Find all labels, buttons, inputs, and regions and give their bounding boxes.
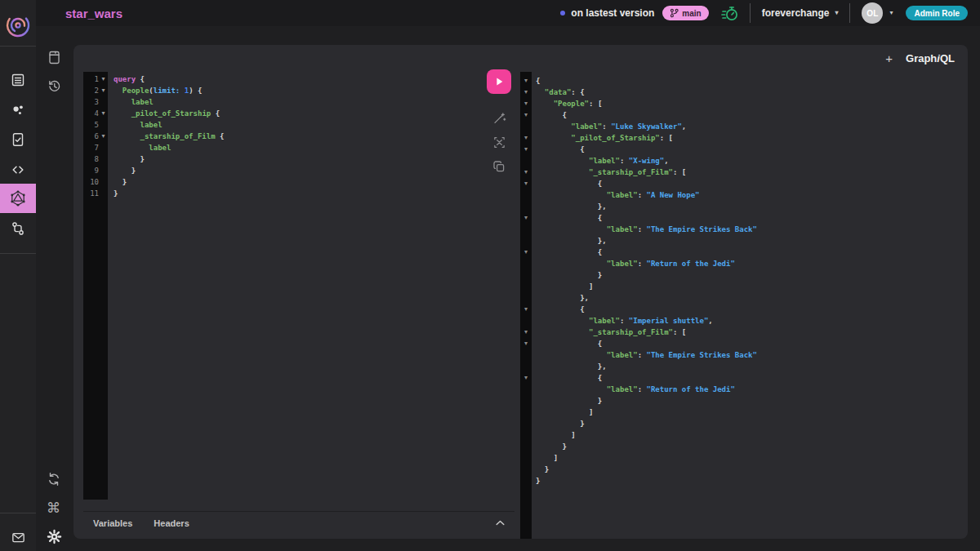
response-fold-gutter-marks: ▾▾▾▾▾▾▾▾▾▾▾▾▾▾ [520,75,532,487]
fold-marker-icon[interactable]: ▾ [520,247,532,258]
fold-marker-icon[interactable]: ▾ [99,108,108,119]
sidebar-item-tables[interactable] [0,65,36,95]
merge-fragments-button[interactable] [487,130,511,154]
fold-marker-icon[interactable]: ▾ [520,178,532,189]
response-line: } [536,475,757,487]
response-line: } [536,418,757,429]
response-line: { [536,178,757,189]
response-line: }, [536,292,757,304]
fold-marker-icon[interactable]: ▾ [99,131,108,142]
fold-marker-icon[interactable]: ▾ [520,144,532,155]
copy-query-button[interactable] [487,154,511,179]
fold-spacer [520,384,532,395]
fold-spacer [520,224,532,235]
fold-spacer [520,315,532,327]
fold-marker-icon[interactable]: ▾ [520,109,532,121]
response-line: "People": [ [536,98,757,109]
response-line: } [536,464,757,475]
response-line: { [536,247,757,258]
sidebar-item-code[interactable] [0,155,36,184]
fold-marker-icon[interactable]: ▾ [99,85,108,96]
response-line: { [536,304,757,315]
fold-spacer [520,121,532,132]
git-branch-icon [670,8,679,18]
collapse-tools-button[interactable] [496,520,505,526]
graphiql-panel: + GraphiQL 1▾query {2▾ People(limit: 1) … [74,45,968,539]
response-line: } [536,395,757,407]
line-number: 3 [83,96,99,108]
session-header: + GraphiQL [74,45,968,72]
fold-spacer [520,155,532,167]
history-icon [47,78,62,94]
sidebar-item-explore[interactable] [0,96,36,125]
fold-spacer [520,281,532,292]
response-line: }, [536,361,757,372]
line-number: 8 [83,153,99,165]
prettify-button[interactable] [487,105,511,130]
fold-spacer [99,176,108,188]
fold-spacer [520,475,532,487]
response-line: { [536,338,757,349]
fold-marker-icon[interactable]: ▾ [520,212,532,224]
merge-icon [492,136,506,149]
fold-marker-icon[interactable]: ▾ [520,98,532,109]
graphql-icon [10,190,26,207]
topbar-right-group: on lastest version main [560,2,968,24]
response-line: ] [536,407,757,418]
fold-marker-icon[interactable]: ▾ [520,87,532,98]
fold-marker-icon[interactable]: ▾ [520,327,532,338]
fold-spacer [520,201,532,212]
fold-marker-icon[interactable]: ▾ [520,372,532,384]
play-icon [493,76,505,87]
response-line: { [536,372,757,384]
sidebar-item-validation[interactable] [0,125,36,154]
fold-spacer [520,189,532,201]
query-line: 8 } [83,153,514,165]
sidebar-item-compare[interactable] [0,214,36,243]
settings-gear-icon [47,529,62,544]
git-compare-icon [10,220,26,237]
response-line: } [536,269,757,281]
chevron-up-icon [496,520,505,526]
query-line: 3 label [83,96,514,108]
workspace-dropdown[interactable]: foreverchange ▾ [762,7,839,19]
app-logo-icon[interactable] [3,11,33,40]
refresh-icon [47,472,61,487]
query-line: 10 } [83,176,514,188]
fold-spacer [520,418,532,429]
app-sidebar [0,0,36,551]
fold-spacer [520,452,532,464]
fold-marker-icon[interactable]: ▾ [520,167,532,178]
chevron-down-icon: ▾ [889,10,893,16]
response-line: ] [536,429,757,441]
fold-marker-icon[interactable]: ▾ [520,338,532,349]
add-tab-button[interactable]: + [885,52,893,64]
branch-badge[interactable]: main [662,6,708,20]
response-line: "label": "The Empire Strikes Back" [536,349,757,361]
sidebar-item-graphiql[interactable] [0,184,36,213]
tab-headers[interactable]: Headers [154,518,189,528]
branch-badge-label: main [682,9,701,18]
tab-variables[interactable]: Variables [93,518,132,528]
response-line: ] [536,281,757,292]
query-editor[interactable]: 1▾query {2▾ People(limit: 1) {3 label4▾ … [83,72,514,500]
fold-spacer [520,292,532,304]
timer-button[interactable] [720,4,738,22]
fold-spacer [520,361,532,372]
fold-spacer [99,142,108,153]
sidebar-item-feedback[interactable] [0,522,36,551]
fold-marker-icon[interactable]: ▾ [520,75,532,87]
response-line: "data": { [536,87,757,98]
execute-query-button[interactable] [487,69,511,94]
fold-spacer [520,464,532,475]
fold-spacer [520,407,532,418]
query-line: 6▾ _starship_of_Film { [83,131,514,142]
line-number: 5 [83,119,99,131]
fold-marker-icon[interactable]: ▾ [520,132,532,144]
user-menu[interactable]: OL ▾ [862,2,893,24]
fold-spacer [520,258,532,269]
fold-marker-icon[interactable]: ▾ [520,304,532,315]
fold-marker-icon[interactable]: ▾ [99,73,108,85]
response-line: "label": "The Empire Strikes Back" [536,224,757,235]
fold-spacer [520,441,532,452]
